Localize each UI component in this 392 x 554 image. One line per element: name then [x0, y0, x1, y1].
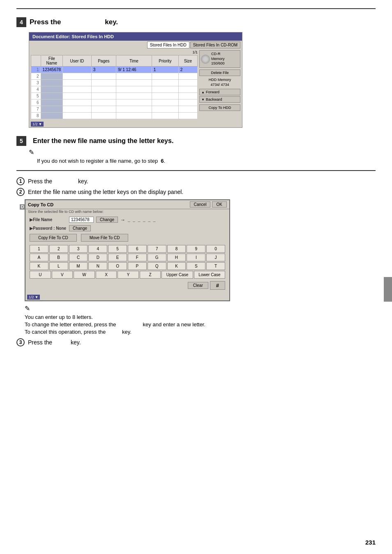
- step3-circle: 3: [16, 338, 25, 346]
- pagination-bar: 1/2 ▼: [31, 122, 44, 127]
- dialog-filename-change-button[interactable]: Change: [96, 217, 118, 223]
- table-row[interactable]: 8: [31, 113, 198, 119]
- memory-total: 600: [219, 61, 225, 65]
- row1-time: 9/ 1 12:46: [116, 67, 152, 73]
- key-b[interactable]: B: [49, 254, 68, 261]
- key-7[interactable]: 7: [148, 245, 166, 253]
- key-c[interactable]: C: [69, 254, 88, 261]
- pagination-text: 1/2: [32, 122, 38, 126]
- key-z[interactable]: Z: [140, 271, 161, 279]
- key-q[interactable]: Q: [148, 262, 166, 270]
- copy-to-hdd-button[interactable]: Copy To HDD: [199, 104, 240, 111]
- step1-text-after: key.: [78, 178, 88, 185]
- doc-editor-right-panel: CD-R Memory 150/600 Delete File HDD Memo…: [199, 50, 240, 119]
- table-row[interactable]: 2: [31, 73, 198, 80]
- key-w[interactable]: W: [74, 271, 95, 279]
- step4-number: 4: [20, 19, 23, 25]
- upload-download-buttons: Forward Backward: [199, 89, 240, 103]
- key-k[interactable]: K: [30, 262, 48, 270]
- key-g[interactable]: G: [148, 254, 166, 261]
- key-t[interactable]: T: [206, 262, 225, 270]
- backward-label: Backward: [206, 97, 222, 102]
- table-row[interactable]: 1 12345678 3 9/ 1 12:46 1 2: [31, 67, 198, 73]
- key-j[interactable]: J: [206, 254, 225, 261]
- step4-header: 4 Press the key.: [16, 17, 376, 27]
- key-o[interactable]: O: [108, 262, 127, 270]
- key-d[interactable]: D: [88, 254, 107, 261]
- doc-editor-table-area: 1/1 File Name User ID Pages Time Priorit…: [31, 50, 198, 119]
- key-2[interactable]: 2: [49, 245, 68, 253]
- table-row[interactable]: 3: [31, 80, 198, 86]
- dialog-cancel-button[interactable]: Cancel: [190, 201, 210, 208]
- step5-number-box: 5: [16, 136, 26, 146]
- dialog-pagination: 1/2: [29, 295, 34, 299]
- key-u[interactable]: U: [30, 271, 51, 279]
- upper-case-button[interactable]: Upper Case: [161, 271, 193, 279]
- key-5[interactable]: 5: [108, 245, 127, 253]
- key-8[interactable]: 8: [167, 245, 186, 253]
- key-s[interactable]: S: [187, 262, 205, 270]
- keyboard-grid: 1 2 3 4 5 6 7 8 9 0 A B: [30, 245, 225, 279]
- key-3[interactable]: 3: [69, 245, 88, 253]
- key-f[interactable]: F: [128, 254, 147, 261]
- line2-before: To change the letter entered, press the: [25, 321, 116, 328]
- step5-ref-step: 6: [161, 158, 164, 164]
- dialog-footer: 1/2 ▼: [25, 294, 229, 300]
- key-a[interactable]: A: [30, 254, 48, 261]
- dialog-password-change-button[interactable]: Change: [69, 225, 91, 231]
- tab-hdd[interactable]: Stored Files In HDD: [147, 42, 189, 48]
- move-file-to-cd-button[interactable]: Move File To CD: [81, 234, 129, 242]
- key-9[interactable]: 9: [187, 245, 205, 253]
- step3-text-after: key.: [71, 339, 81, 346]
- forward-label: Forward: [206, 90, 219, 94]
- backward-button[interactable]: Backward: [199, 96, 240, 103]
- dialog-title: Copy To CD: [28, 202, 53, 207]
- step4-number-box: 4: [16, 17, 26, 27]
- key-row-uz: U V W X Y Z Upper Case Lower Case: [30, 271, 225, 279]
- step2-circle: 2: [16, 188, 25, 196]
- step5-number: 5: [20, 138, 23, 144]
- memory-values: 150/600: [211, 61, 225, 66]
- lower-case-button[interactable]: Lower Case: [194, 271, 225, 279]
- key-r[interactable]: K: [167, 262, 186, 270]
- dialog-ok-button[interactable]: OK: [212, 201, 227, 208]
- mid-rule: [16, 170, 376, 171]
- key-i[interactable]: I: [187, 254, 205, 261]
- th-size: Size: [178, 55, 197, 67]
- cd-r-box: CD-R Memory 150/600: [199, 50, 240, 68]
- dialog-filename-display: 12345678: [69, 217, 94, 223]
- copy-cd-dialog: D Copy To CD Cancel OK Store the selecte…: [25, 199, 230, 301]
- arrow-up-icon: [201, 90, 205, 94]
- key-1[interactable]: 1: [30, 245, 48, 253]
- key-6[interactable]: 6: [128, 245, 147, 253]
- table-row[interactable]: 4: [31, 86, 198, 93]
- step2-header: 2 Enter the file name using the letter k…: [16, 188, 376, 196]
- clear-button[interactable]: Clear: [188, 282, 208, 289]
- key-v[interactable]: V: [52, 271, 73, 279]
- table-row[interactable]: 6: [31, 99, 198, 106]
- table-row[interactable]: 5: [31, 93, 198, 99]
- top-rule: [16, 8, 376, 9]
- th-filename: File Name: [41, 55, 63, 67]
- key-l[interactable]: L: [49, 262, 68, 270]
- delete-file-button[interactable]: Delete File: [199, 69, 240, 76]
- key-e[interactable]: E: [108, 254, 127, 261]
- key-4[interactable]: 4: [88, 245, 107, 253]
- dialog-titlebar: Copy To CD Cancel OK: [25, 200, 229, 209]
- table-row[interactable]: 7: [31, 106, 198, 113]
- key-n[interactable]: N: [88, 262, 107, 270]
- step3-number: 3: [19, 339, 22, 345]
- key-0[interactable]: 0: [206, 245, 225, 253]
- key-y[interactable]: Y: [118, 271, 139, 279]
- key-p[interactable]: P: [128, 262, 147, 270]
- forward-button[interactable]: Forward: [199, 89, 240, 95]
- key-x[interactable]: X: [96, 271, 117, 279]
- hash-button[interactable]: #: [210, 281, 225, 290]
- copy-file-to-cd-button[interactable]: Copy File To CD: [30, 234, 77, 242]
- tab-cdrom[interactable]: Stored Files In CD-ROM: [190, 42, 240, 48]
- step5-text: Enter the new file name using the letter…: [33, 137, 173, 145]
- bottom-note-line2: To change the letter entered, press the …: [25, 321, 376, 328]
- key-m[interactable]: M: [69, 262, 88, 270]
- key-h[interactable]: H: [167, 254, 186, 261]
- dialog-password-row: ▶Password : None Change: [30, 225, 225, 231]
